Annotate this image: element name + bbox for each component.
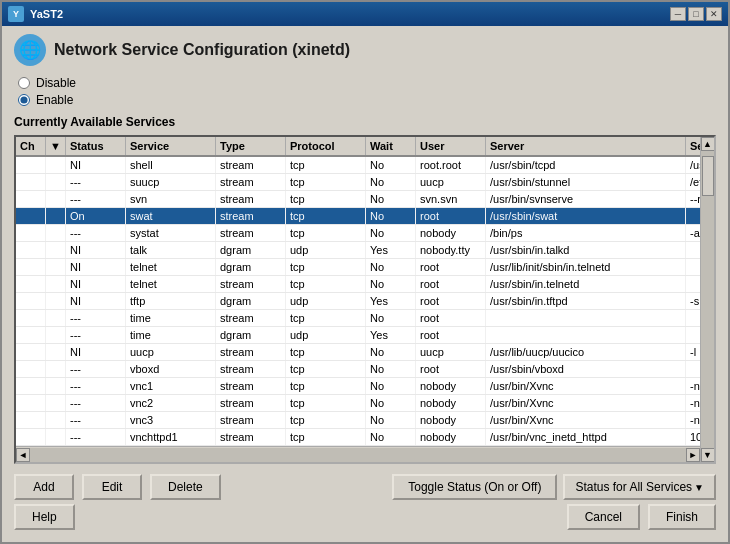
table-cell: On: [66, 208, 126, 224]
disable-radio-label[interactable]: Disable: [18, 76, 716, 90]
table-cell: uucp: [416, 344, 486, 360]
table-cell: stream: [216, 378, 286, 394]
table-cell: [686, 208, 700, 224]
table-cell: dgram: [216, 242, 286, 258]
table-row[interactable]: NItalkdgramudpYesnobody.tty/usr/sbin/in.…: [16, 242, 700, 259]
table-cell: [16, 157, 46, 173]
table-row[interactable]: OnswatstreamtcpNoroot/usr/sbin/swat: [16, 208, 700, 225]
table-cell: [16, 310, 46, 326]
window-title: YaST2: [30, 8, 63, 20]
table-row[interactable]: ---vnc3streamtcpNonobody/usr/bin/Xvnc-no…: [16, 412, 700, 429]
table-cell: dgram: [216, 327, 286, 343]
table-cell: NI: [66, 242, 126, 258]
table-cell: /usr/sbin/vboxd: [486, 361, 686, 377]
enable-radio-label[interactable]: Enable: [18, 93, 716, 107]
scroll-down-button[interactable]: ▼: [701, 448, 715, 462]
table-body[interactable]: NIshellstreamtcpNoroot.root/usr/sbin/tcp…: [16, 157, 700, 446]
table-cell: udp: [286, 242, 366, 258]
action-left-buttons: Add Edit Delete: [14, 474, 221, 500]
table-cell: tcp: [286, 191, 366, 207]
col-sort[interactable]: ▼: [46, 137, 66, 155]
col-type: Type: [216, 137, 286, 155]
table-cell: stream: [216, 174, 286, 190]
col-server: Server: [486, 137, 686, 155]
table-row[interactable]: ---timedgramudpYesroot: [16, 327, 700, 344]
table-cell: [16, 208, 46, 224]
table-cell: suucp: [126, 174, 216, 190]
table-row[interactable]: NItelnetstreamtcpNoroot/usr/sbin/in.teln…: [16, 276, 700, 293]
vertical-scrollbar[interactable]: ▲ ▼: [700, 137, 714, 462]
footer-right: Cancel Finish: [567, 504, 716, 530]
scroll-left-button[interactable]: ◄: [16, 448, 30, 462]
table-cell: swat: [126, 208, 216, 224]
table-row[interactable]: NItftpdgramudpYesroot/usr/sbin/in.tftpd-…: [16, 293, 700, 310]
scroll-up-button[interactable]: ▲: [701, 137, 715, 151]
table-cell: telnet: [126, 276, 216, 292]
disable-radio[interactable]: [18, 77, 30, 89]
table-cell: /usr/lib/uucp/uucico: [486, 344, 686, 360]
table-cell: tftp: [126, 293, 216, 309]
table-cell: No: [366, 378, 416, 394]
table-header: Ch ▼ Status Service Type Protocol Wait U…: [16, 137, 700, 157]
table-cell: 1024 76...: [686, 429, 700, 445]
table-row[interactable]: ---vboxdstreamtcpNoroot/usr/sbin/vboxd: [16, 361, 700, 378]
table-row[interactable]: ---vnc1streamtcpNonobody/usr/bin/Xvnc-no…: [16, 378, 700, 395]
table-cell: /usr/sbin/swat: [486, 208, 686, 224]
table-cell: tcp: [286, 412, 366, 428]
table-cell: [46, 310, 66, 326]
scroll-right-button[interactable]: ►: [686, 448, 700, 462]
table-cell: /usr/bin/Xvnc: [486, 412, 686, 428]
table-cell: [686, 327, 700, 343]
table-cell: [16, 242, 46, 258]
services-table-container: Ch ▼ Status Service Type Protocol Wait U…: [14, 135, 716, 464]
col-protocol: Protocol: [286, 137, 366, 155]
minimize-button[interactable]: ─: [670, 7, 686, 21]
table-cell: /usr/bin/svnserve: [486, 191, 686, 207]
table-cell: nobody: [416, 395, 486, 411]
table-row[interactable]: NItelnetdgramtcpNoroot/usr/lib/init/sbin…: [16, 259, 700, 276]
mode-radio-group: Disable Enable: [18, 76, 716, 107]
table-row[interactable]: NIshellstreamtcpNoroot.root/usr/sbin/tcp…: [16, 157, 700, 174]
table-row[interactable]: NIuucpstreamtcpNouucp/usr/lib/uucp/uucic…: [16, 344, 700, 361]
table-row[interactable]: ---svnstreamtcpNosvn.svn/usr/bin/svnserv…: [16, 191, 700, 208]
toggle-status-button[interactable]: Toggle Status (On or Off): [392, 474, 557, 500]
table-cell: [46, 378, 66, 394]
table-row[interactable]: ---vnchttpd1streamtcpNonobody/usr/bin/vn…: [16, 429, 700, 446]
enable-radio[interactable]: [18, 94, 30, 106]
table-cell: [16, 225, 46, 241]
table-cell: tcp: [286, 395, 366, 411]
table-cell: stream: [216, 276, 286, 292]
table-cell: /usr/sbin/in.tftpd: [486, 293, 686, 309]
help-button[interactable]: Help: [14, 504, 75, 530]
delete-button[interactable]: Delete: [150, 474, 221, 500]
table-cell: [16, 293, 46, 309]
table-cell: No: [366, 225, 416, 241]
maximize-button[interactable]: □: [688, 7, 704, 21]
add-button[interactable]: Add: [14, 474, 74, 500]
table-cell: -noreset...: [686, 395, 700, 411]
v-scroll-track[interactable]: [701, 151, 715, 448]
table-cell: tcp: [286, 225, 366, 241]
h-scroll-track[interactable]: [30, 448, 686, 462]
cancel-button[interactable]: Cancel: [567, 504, 640, 530]
table-cell: uucp: [416, 174, 486, 190]
finish-button[interactable]: Finish: [648, 504, 716, 530]
table-cell: ---: [66, 412, 126, 428]
table-row[interactable]: ---systatstreamtcpNonobody/bin/ps-auwwx.…: [16, 225, 700, 242]
table-cell: stream: [216, 208, 286, 224]
table-row[interactable]: ---vnc2streamtcpNonobody/usr/bin/Xvnc-no…: [16, 395, 700, 412]
table-cell: stream: [216, 225, 286, 241]
status-all-button[interactable]: Status for All Services ▼: [563, 474, 716, 500]
close-button[interactable]: ✕: [706, 7, 722, 21]
table-cell: [46, 395, 66, 411]
table-cell: [486, 310, 686, 326]
table-cell: No: [366, 174, 416, 190]
horizontal-scrollbar[interactable]: ◄ ►: [16, 446, 700, 462]
table-row[interactable]: ---suucpstreamtcpNouucp/usr/sbin/stunnel…: [16, 174, 700, 191]
table-row[interactable]: ---timestreamtcpNoroot: [16, 310, 700, 327]
table-cell: vnchttpd1: [126, 429, 216, 445]
table-cell: -l: [686, 344, 700, 360]
table-cell: [46, 327, 66, 343]
scroll-thumb[interactable]: [702, 156, 714, 196]
edit-button[interactable]: Edit: [82, 474, 142, 500]
